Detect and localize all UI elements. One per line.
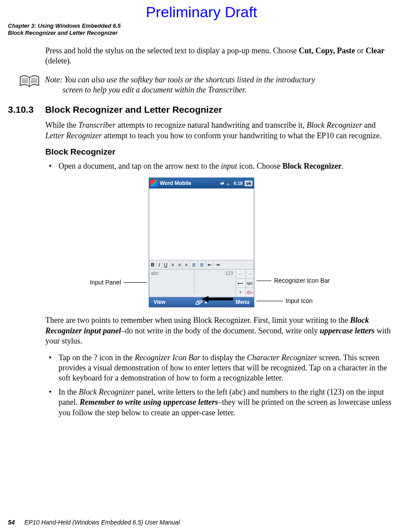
section-heading: 3.10.3 Block Recognizer and Letter Recog… bbox=[8, 104, 395, 115]
text-bold: Block Recognizer bbox=[282, 162, 341, 170]
note-block: Note: You can also use the softkey bar t… bbox=[19, 75, 395, 95]
callout-line bbox=[124, 282, 147, 283]
text-bold-italic: uppercase letters bbox=[320, 326, 374, 335]
running-header-line2: Block Recognizer and Letter Recognizer bbox=[8, 30, 395, 37]
text: There are two points to remember when us… bbox=[45, 316, 350, 325]
text-italic: Block Recognizer bbox=[307, 121, 362, 129]
window-title: Word Mobile bbox=[160, 180, 191, 186]
callout-line bbox=[256, 301, 283, 301]
paragraph: While the Transcriber attempts to recogn… bbox=[45, 120, 392, 141]
subsection-heading: Block Recognizer bbox=[45, 147, 395, 157]
text-italic: Transcriber bbox=[78, 121, 116, 129]
ok-button[interactable]: ok bbox=[245, 181, 253, 186]
nav-buttons[interactable]: ← → bbox=[236, 270, 254, 279]
text: and bbox=[362, 121, 376, 129]
back-arrow-icon[interactable]: ← bbox=[236, 270, 245, 278]
underline-button[interactable]: U bbox=[162, 260, 170, 269]
text-bold: Cut, Copy, Paste bbox=[299, 46, 355, 55]
indent-icon[interactable]: ⇥ bbox=[214, 260, 221, 269]
bullet-list: Open a document, and tap on the arrow ne… bbox=[45, 161, 393, 171]
callout-recognizer-bar: Recognizer Icon Bar bbox=[256, 277, 330, 284]
input-panel[interactable]: abc 123 ← → ⟵ spc ? @⁎ bbox=[149, 270, 254, 297]
symbol-icon[interactable]: @⁎ bbox=[245, 288, 254, 297]
note-line1: You can also use the softkey bar tools o… bbox=[65, 75, 315, 84]
text: . bbox=[341, 162, 344, 170]
note-line2: screen to help you edit a document withi… bbox=[62, 85, 315, 95]
list-item: Open a document, and tap on the arrow ne… bbox=[45, 161, 393, 171]
bullet-list-icon[interactable]: ≣ bbox=[198, 260, 206, 269]
text-italic: Character Recognizer bbox=[247, 353, 317, 362]
callout-label: Recognizer Icon Bar bbox=[274, 277, 330, 284]
panel-divider bbox=[194, 270, 194, 294]
text-bold-italic: Remember to write using uppercase letter… bbox=[80, 398, 218, 406]
list-item: In the Block Recognizer panel, write let… bbox=[45, 387, 393, 418]
text-italic: input bbox=[221, 162, 237, 170]
callout-label: Input Icon bbox=[286, 297, 313, 304]
figure: Word Mobile ⇄ 🔈 6:18 ok B I U ≡ ≡ ≡ ≣ ≣ … bbox=[8, 177, 395, 307]
title-bar: Word Mobile ⇄ 🔈 6:18 ok bbox=[149, 178, 254, 188]
windows-flag-icon bbox=[150, 180, 158, 187]
text: While the bbox=[45, 121, 78, 129]
backspace-space-row[interactable]: ⟵ spc bbox=[236, 279, 254, 288]
align-center-icon[interactable]: ≡ bbox=[176, 260, 183, 269]
document-area[interactable] bbox=[149, 188, 254, 260]
text-italic: Letter Recognizer bbox=[45, 131, 102, 140]
space-key[interactable]: spc bbox=[245, 279, 254, 288]
text: Press and hold the stylus on the selecte… bbox=[45, 46, 299, 55]
running-header: Chapter 3: Using Windows Embedded 6.5 Bl… bbox=[8, 22, 395, 37]
document-page: Preliminary Draft Chapter 3: Using Windo… bbox=[0, 0, 403, 532]
italic-button[interactable]: I bbox=[157, 260, 162, 269]
callout-line bbox=[256, 281, 271, 281]
text-bold: Clear bbox=[366, 46, 385, 55]
bold-button[interactable]: B bbox=[149, 260, 157, 269]
list-item: Tap on the ? icon in the Recognizer Icon… bbox=[45, 353, 393, 384]
bullet-list: Tap on the ? icon in the Recognizer Icon… bbox=[45, 353, 393, 418]
help-symbol-row[interactable]: ? @⁎ bbox=[236, 288, 254, 297]
number-list-icon[interactable]: ≣ bbox=[190, 260, 198, 269]
align-right-icon[interactable]: ≡ bbox=[183, 260, 190, 269]
text: or bbox=[355, 46, 366, 55]
view-softkey[interactable]: View bbox=[154, 299, 165, 305]
backspace-icon[interactable]: ⟵ bbox=[236, 279, 245, 288]
text: Tap on the ? icon in the bbox=[59, 353, 135, 362]
pointer-arrow-icon bbox=[202, 296, 233, 302]
text: icon. Choose bbox=[237, 162, 282, 170]
format-toolbar: B I U ≡ ≡ ≡ ≣ ≣ ⇤ ⇥ bbox=[149, 260, 254, 270]
help-icon[interactable]: ? bbox=[236, 288, 245, 297]
speaker-icon: 🔈 bbox=[226, 181, 231, 186]
note-text: Note: You can also use the softkey bar t… bbox=[45, 75, 315, 95]
text-italic: Block Recognizer bbox=[79, 388, 134, 396]
clock-text: 6:18 bbox=[234, 181, 242, 186]
running-header-line1: Chapter 3: Using Windows Embedded 6.5 bbox=[8, 22, 395, 30]
text: to display the bbox=[200, 353, 247, 362]
align-left-icon[interactable]: ≡ bbox=[170, 260, 176, 269]
text: In the bbox=[59, 388, 79, 396]
forward-arrow-icon[interactable]: → bbox=[245, 270, 254, 278]
svg-marker-0 bbox=[202, 296, 233, 302]
text: Open a document, and tap on the arrow ne… bbox=[59, 162, 221, 170]
text: attempts to recognize natural handwritin… bbox=[116, 121, 307, 129]
connectivity-icon: ⇄ bbox=[220, 181, 224, 186]
device-screenshot: Word Mobile ⇄ 🔈 6:18 ok B I U ≡ ≡ ≡ ≣ ≣ … bbox=[149, 177, 254, 307]
intro-paragraph: Press and hold the stylus on the selecte… bbox=[45, 46, 391, 66]
draft-banner: Preliminary Draft bbox=[8, 4, 395, 21]
text-italic: Recognizer Icon Bar bbox=[135, 353, 200, 362]
outdent-icon[interactable]: ⇤ bbox=[206, 260, 214, 269]
text: –do not write in the body of the documen… bbox=[121, 326, 320, 335]
text: attempt to teach you how to conform your… bbox=[102, 131, 381, 140]
callout-input-icon: Input Icon bbox=[256, 297, 313, 304]
note-label: Note: bbox=[45, 75, 65, 84]
menu-softkey[interactable]: Menu bbox=[236, 299, 249, 305]
recognizer-icon-bar: ← → ⟵ spc ? @⁎ bbox=[236, 270, 254, 297]
section-title: Block Recognizer and Letter Recognizer bbox=[45, 104, 222, 115]
paragraph: There are two points to remember when us… bbox=[45, 315, 392, 346]
page-footer: 54EP10 Hand-Held (Windows Embedded 6.5) … bbox=[8, 519, 180, 526]
page-number: 54 bbox=[8, 519, 15, 526]
text: (delete). bbox=[45, 56, 71, 65]
manual-title: EP10 Hand-Held (Windows Embedded 6.5) Us… bbox=[25, 519, 180, 526]
callout-label: Input Panel bbox=[90, 279, 121, 286]
section-number: 3.10.3 bbox=[8, 104, 33, 115]
abc-label: abc bbox=[151, 270, 159, 276]
book-icon bbox=[19, 75, 40, 90]
writing-area[interactable]: abc 123 bbox=[149, 270, 236, 297]
